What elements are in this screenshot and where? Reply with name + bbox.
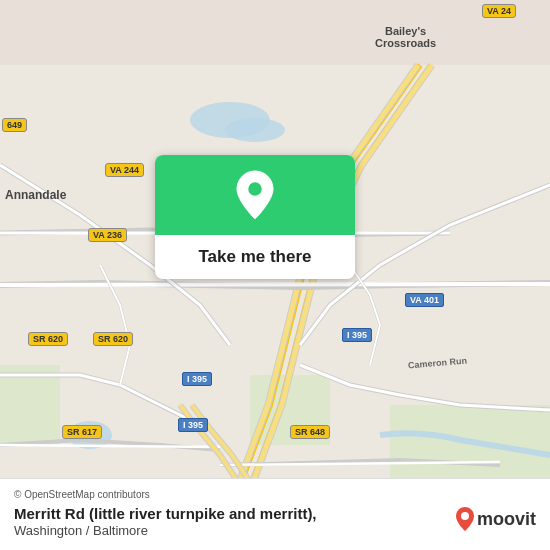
card-icon-area: [155, 155, 355, 235]
shield-sr620a: SR 620: [28, 332, 68, 346]
shield-va236: VA 236: [88, 228, 127, 242]
card-button-area[interactable]: Take me there: [155, 235, 355, 279]
shield-i395c: I 395: [178, 418, 208, 432]
shield-sr620b: SR 620: [93, 332, 133, 346]
location-pin-icon: [233, 169, 277, 221]
shield-649: 649: [2, 118, 27, 132]
shield-i395a: I 395: [342, 328, 372, 342]
take-me-there-button[interactable]: Take me there: [198, 247, 311, 266]
shield-va24: VA 24: [482, 4, 516, 18]
bottom-bar: © OpenStreetMap contributors Merritt Rd …: [0, 478, 550, 551]
svg-point-8: [461, 512, 469, 520]
moovit-pin-icon: [455, 506, 475, 532]
shield-va401: VA 401: [405, 293, 444, 307]
osm-credit: © OpenStreetMap contributors: [14, 489, 536, 500]
moovit-brand-text: moovit: [477, 509, 536, 530]
svg-rect-6: [390, 405, 550, 485]
shield-sr648: SR 648: [290, 425, 330, 439]
svg-point-7: [247, 181, 263, 197]
shield-i395b: I 395: [182, 372, 212, 386]
moovit-logo: moovit: [455, 506, 536, 532]
shield-sr617: SR 617: [62, 425, 102, 439]
shield-va244: VA 244: [105, 163, 144, 177]
action-card: Take me there: [155, 155, 355, 279]
map-container: Bailey'sCrossroads Annandale VA 244 VA 2…: [0, 0, 550, 550]
svg-point-2: [225, 118, 285, 142]
